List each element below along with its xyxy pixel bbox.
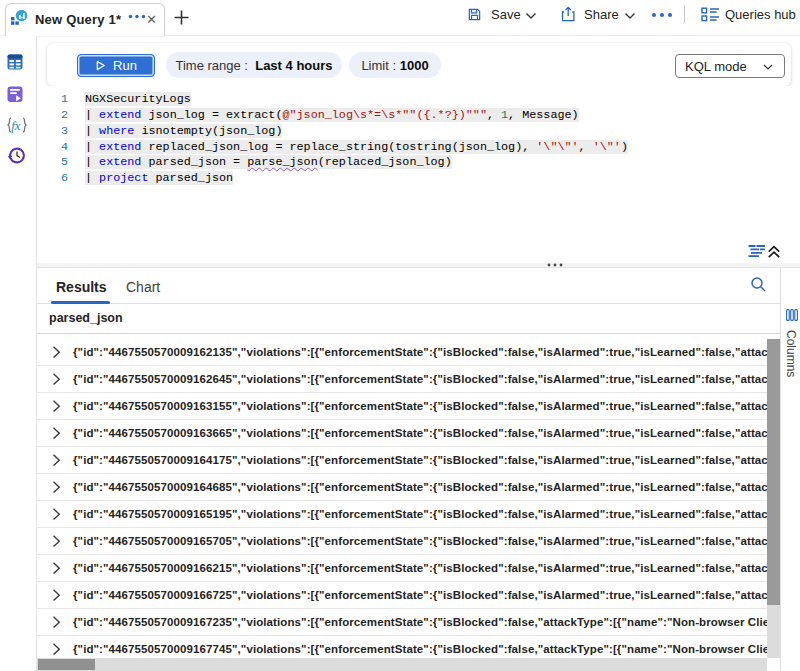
svg-text:fx: fx — [11, 118, 21, 133]
